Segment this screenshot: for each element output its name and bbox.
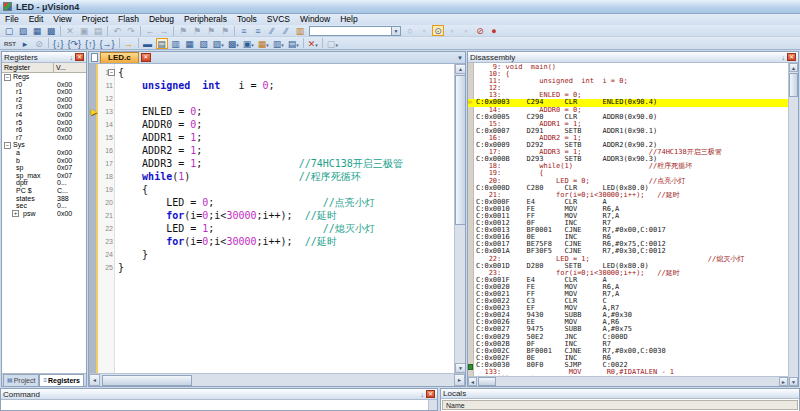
scroll-up-icon[interactable]: ▲ <box>455 64 465 74</box>
trace-window-icon[interactable]: ▥▾ <box>272 38 285 49</box>
instruction-trace-icon[interactable]: ✕▾ <box>307 38 319 49</box>
scroll-down-icon[interactable]: ▼ <box>455 363 465 373</box>
register-row[interactable]: sec0... <box>2 202 86 210</box>
register-row[interactable]: b0x00 <box>2 157 86 165</box>
register-row[interactable]: −Regs <box>2 73 86 81</box>
editor-line[interactable]: 20 LED = 0; //点亮小灯 <box>89 196 454 209</box>
breakpoint-icon[interactable]: ◦ <box>446 25 458 36</box>
close-icon[interactable]: ✕ <box>787 53 796 61</box>
undo-icon[interactable]: ↶ <box>111 25 123 36</box>
register-row[interactable]: r70x00 <box>2 134 86 142</box>
editor-line[interactable]: 16 ADDR2 = 1; <box>89 144 454 157</box>
show-next-statement-icon[interactable]: → <box>123 38 135 49</box>
menu-view[interactable]: View <box>48 14 76 25</box>
register-row[interactable]: dptr0... <box>2 179 86 187</box>
editor-line[interactable]: 14 ADDR0 = 0; <box>89 118 454 131</box>
menu-peripherals[interactable]: Peripherals <box>179 14 232 25</box>
new-file-icon[interactable]: ▢ <box>3 25 15 36</box>
chevron-down-icon[interactable]: ▼ <box>391 27 400 35</box>
editor-hscroll-thumb[interactable] <box>102 375 192 386</box>
analysis-window-icon[interactable]: ▦▾ <box>257 38 270 49</box>
scroll-right-icon[interactable]: ► <box>779 377 788 386</box>
dock-tab-registers[interactable]: ≡Registers <box>39 374 83 386</box>
step-out-icon[interactable]: {↑} <box>84 38 97 49</box>
editor-line[interactable]: 23 for(i=0;i<30000;i++); //延时 <box>89 235 454 248</box>
pin-icon[interactable]: ↓ <box>421 390 425 399</box>
nav-back-icon[interactable]: ← <box>144 25 156 36</box>
symbol-window-icon[interactable]: ▥ <box>170 38 182 49</box>
menu-svcs[interactable]: SVCS <box>262 14 295 25</box>
disassembly-horizontal-scrollbar[interactable]: ◄ ► <box>468 376 788 386</box>
editor-line[interactable]: 15 ADDR1 = 1; <box>89 131 454 144</box>
editor-line[interactable]: 10−{ <box>89 66 454 79</box>
system-viewer-icon[interactable]: ▤▾ <box>287 38 300 49</box>
disassembly-vertical-scrollbar[interactable]: ▲ ▼ <box>788 63 798 386</box>
tab-led-c[interactable]: LED.c <box>100 52 139 63</box>
tab-close-icon[interactable]: ✕ <box>141 53 151 62</box>
menu-debug[interactable]: Debug <box>144 14 179 25</box>
toggle-bookmark-icon[interactable]: ⚑ <box>177 25 189 36</box>
paste-icon[interactable]: ▤ <box>92 25 104 36</box>
serial-window-icon[interactable]: ▣▾ <box>242 38 255 49</box>
find-in-files-icon[interactable]: ▥ <box>294 25 306 36</box>
editor-line[interactable]: 25} <box>89 261 454 274</box>
register-row[interactable]: +psw0x00 <box>2 210 86 218</box>
save-all-icon[interactable]: ▩ <box>45 25 57 36</box>
next-bookmark-icon[interactable]: ⚑ <box>205 25 217 36</box>
prev-bookmark-icon[interactable]: ⚑ <box>191 25 203 36</box>
tree-expander-icon[interactable]: + <box>12 210 19 217</box>
disassembly-row[interactable]: 9: void main() <box>468 64 788 71</box>
step-into-icon[interactable]: {↓} <box>52 38 65 49</box>
editor-line[interactable]: 24 } <box>89 248 454 261</box>
indent-right-icon[interactable]: ≡ <box>252 25 264 36</box>
kill-all-breakpoints-icon[interactable]: ● <box>488 25 500 36</box>
tree-expander-icon[interactable]: − <box>4 74 11 81</box>
open-file-icon[interactable]: ▧ <box>17 25 29 36</box>
toolbox-icon[interactable]: ▢▾ <box>326 38 339 49</box>
close-icon[interactable]: ✕ <box>426 390 435 398</box>
close-icon[interactable]: ✕ <box>75 53 84 61</box>
menu-help[interactable]: Help <box>335 14 362 25</box>
editor-horizontal-scrollbar[interactable]: ◄ ► <box>89 373 465 386</box>
register-row[interactable]: PC $C... <box>2 187 86 195</box>
menu-flash[interactable]: Flash <box>113 14 144 25</box>
editor-line[interactable]: 13 ENLED = 0;► <box>89 105 454 118</box>
scroll-down-icon[interactable]: ▼ <box>789 377 798 386</box>
register-row[interactable]: r00x00 <box>2 81 86 89</box>
clear-bookmarks-icon[interactable]: ⚑ <box>219 25 231 36</box>
register-row[interactable]: −Sys <box>2 141 86 149</box>
register-row[interactable]: r50x00 <box>2 119 86 127</box>
disassembly-body[interactable]: 9: void main() 10: { 11: unsigned int i … <box>468 63 798 386</box>
disable-all-breakpoints-icon[interactable]: ⊘ <box>474 25 486 36</box>
locals-name-column[interactable]: Name <box>442 400 798 410</box>
run-icon[interactable]: ▸ <box>19 38 31 49</box>
pin-icon[interactable]: ↓ <box>782 53 786 62</box>
editor-vscroll-thumb[interactable] <box>455 75 465 225</box>
dock-tab-project[interactable]: ▤Project <box>3 374 39 386</box>
save-icon[interactable]: ▦ <box>31 25 43 36</box>
editor-line[interactable]: 11 unsigned int i = 0; <box>89 79 454 92</box>
scroll-up-icon[interactable]: ▲ <box>789 63 798 72</box>
register-row[interactable]: states388 <box>2 195 86 203</box>
tab-list-dropdown-icon[interactable]: ▼ <box>457 55 463 61</box>
uncomment-selection-icon[interactable]: ∕∕ <box>280 25 292 36</box>
menu-tools[interactable]: Tools <box>232 14 262 25</box>
register-row[interactable]: a0x00 <box>2 149 86 157</box>
incremental-find-icon[interactable]: ◦ <box>418 25 430 36</box>
editor-body[interactable]: 10−{11 unsigned int i = 0;1213 ENLED = 0… <box>89 64 465 373</box>
register-row[interactable]: sp_max0x07 <box>2 172 86 180</box>
disassembly-hscroll-thumb[interactable] <box>478 377 496 386</box>
editor-line[interactable]: 19 { <box>89 183 454 196</box>
comment-selection-icon[interactable]: ∕∕ <box>266 25 278 36</box>
command-window-icon[interactable]: ▬ <box>142 38 154 49</box>
step-over-icon[interactable]: {↷} <box>67 38 83 49</box>
copy-icon[interactable]: ▣ <box>78 25 90 36</box>
search-combo[interactable]: ▼ <box>309 26 401 36</box>
editor-line[interactable]: 17 ADDR3 = 1; //74HC138开启三极管 <box>89 157 454 170</box>
tree-expander-icon[interactable]: − <box>4 142 11 149</box>
menu-project[interactable]: Project <box>77 14 113 25</box>
disassembly-vscroll-thumb[interactable] <box>789 73 798 97</box>
register-row[interactable]: sp0x07 <box>2 164 86 172</box>
register-row[interactable]: r30x00 <box>2 103 86 111</box>
stop-icon[interactable]: ⊘ <box>33 38 45 49</box>
